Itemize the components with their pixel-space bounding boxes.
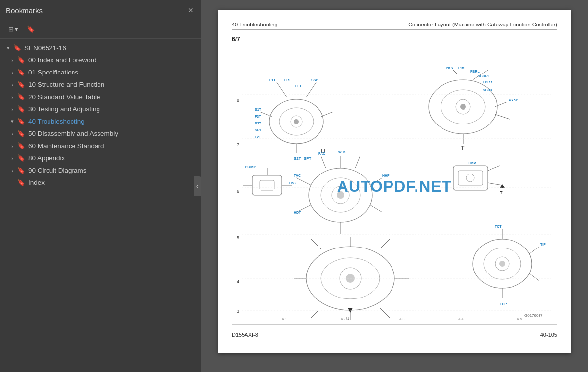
tree-item-item-50[interactable]: ›🔖50 Disassembly and Assembly: [0, 127, 201, 140]
chevron-down-icon: ▾: [15, 25, 18, 33]
bookmark-icon-item-60: 🔖: [17, 142, 25, 149]
svg-line-11: [306, 82, 316, 97]
tree-item-item-01[interactable]: ›🔖01 Specifications: [0, 66, 201, 78]
footer-left: D155AXI-8: [232, 332, 258, 338]
svg-text:FFT: FFT: [295, 84, 302, 88]
svg-text:PKS: PKS: [446, 66, 453, 70]
item-label-item-00: 00 Index and Foreword: [28, 56, 97, 64]
page-fraction: 6/7: [232, 36, 557, 43]
svg-point-97: [499, 261, 505, 267]
svg-text:6: 6: [237, 189, 239, 194]
tree-item-item-00[interactable]: ›🔖00 Index and Foreword: [0, 54, 201, 66]
tree-root-item[interactable]: ▾ 🔖 SEN06521-16: [0, 42, 201, 54]
chevron-left-icon: ‹: [196, 183, 198, 190]
bookmark-icon-toolbar: 🔖: [27, 25, 35, 33]
svg-line-100: [529, 273, 539, 281]
expand-all-button[interactable]: ⊞ ▾: [5, 23, 22, 35]
tree-item-item-20[interactable]: ›🔖20 Standard Value Table: [0, 91, 201, 103]
svg-text:5: 5: [237, 235, 239, 240]
tree-item-item-80[interactable]: ›🔖80 Appendix: [0, 152, 201, 164]
expand-icon-item-01: ›: [8, 70, 17, 75]
svg-text:PUMP: PUMP: [245, 165, 257, 169]
page-title-right: Connector Layout (Machine with Gateway F…: [408, 22, 557, 27]
svg-text:SFT: SFT: [304, 156, 311, 161]
svg-text:FAC: FAC: [318, 152, 325, 155]
svg-line-12: [260, 112, 272, 117]
svg-rect-51: [453, 166, 488, 190]
list-icon: ⊞: [8, 25, 14, 33]
sidebar-title-row: Bookmarks: [6, 6, 43, 15]
connector-layout-diagram: 8 7 6 5 4 3: [232, 48, 557, 322]
sidebar-header: Bookmarks ×: [0, 0, 201, 20]
svg-rect-44: [252, 175, 282, 195]
svg-point-62: [337, 191, 344, 199]
collapse-handle[interactable]: ‹: [194, 176, 201, 196]
svg-text:TCT: TCT: [495, 225, 502, 228]
expand-icon-item-80: ›: [8, 155, 17, 161]
bookmark-icon-item-20: 🔖: [17, 93, 25, 100]
svg-rect-52: [458, 171, 483, 185]
expand-icon-item-50: ›: [8, 131, 17, 137]
svg-text:SBRRL: SBRRL: [478, 74, 490, 78]
svg-text:TIP: TIP: [540, 243, 546, 246]
svg-text:SRT: SRT: [255, 128, 262, 132]
svg-text:T: T: [500, 190, 503, 195]
svg-text:A.3: A.3: [399, 317, 405, 321]
bookmark-icon-root: 🔖: [13, 44, 22, 51]
item-label-item-90: 90 Circuit Diagrams: [28, 167, 87, 174]
bookmark-icon-item-50: 🔖: [17, 130, 25, 137]
svg-line-68: [370, 178, 382, 185]
svg-text:A.2: A.2: [341, 317, 346, 321]
svg-text:HHP: HHP: [382, 174, 390, 177]
svg-text:S1T: S1T: [255, 108, 262, 111]
svg-line-87: [380, 308, 390, 318]
svg-text:F1T: F1T: [270, 78, 276, 82]
svg-text:U: U: [346, 316, 350, 321]
svg-text:FRT: FRT: [284, 78, 291, 82]
svg-line-63: [296, 178, 311, 185]
item-label-item-60: 60 Maintenance Standard: [28, 142, 104, 149]
tree-item-item-90[interactable]: ›🔖90 Circuit Diagrams: [0, 164, 201, 176]
svg-text:SBRR: SBRR: [483, 88, 492, 92]
pdf-header: 40 Troubleshooting Connector Layout (Mac…: [232, 22, 557, 30]
svg-line-31: [453, 70, 463, 80]
svg-text:A.4: A.4: [458, 317, 464, 321]
tree-item-item-10[interactable]: ›🔖10 Structure and Function: [0, 78, 201, 91]
svg-text:FBRL: FBRL: [470, 70, 480, 73]
sidebar-title: Bookmarks: [6, 6, 43, 15]
bookmark-icon-item-80: 🔖: [17, 154, 25, 162]
item-label-item-20: 20 Standard Value Table: [28, 93, 100, 100]
bookmark-icon-item-index: 🔖: [17, 179, 25, 186]
svg-line-85: [311, 308, 321, 318]
svg-line-69: [370, 205, 382, 212]
expand-icon-root: ▾: [4, 45, 13, 51]
sidebar-toolbar: ⊞ ▾ 🔖: [0, 20, 201, 39]
tree-item-item-30[interactable]: ›🔖30 Testing and Adjusting: [0, 103, 201, 115]
svg-text:3: 3: [237, 309, 239, 314]
svg-text:TVC: TVC: [294, 174, 301, 177]
item-label-item-30: 30 Testing and Adjusting: [28, 105, 100, 113]
sidebar: Bookmarks × ⊞ ▾ 🔖 ▾ 🔖 SEN06521-16 ›🔖00 I…: [0, 0, 201, 372]
svg-text:TMV: TMV: [468, 161, 477, 165]
close-button[interactable]: ×: [186, 5, 195, 16]
svg-line-10: [277, 82, 287, 97]
page-section-label: 40 Troubleshooting: [232, 22, 278, 27]
svg-text:4: 4: [237, 279, 239, 284]
svg-text:SSP: SSP: [311, 78, 318, 82]
root-item-label: SEN06521-16: [24, 44, 66, 51]
tree-item-item-index[interactable]: 🔖Index: [0, 176, 201, 189]
svg-point-9: [294, 119, 299, 124]
item-label-item-40: 40 Troubleshooting: [28, 118, 85, 125]
svg-text:S2T: S2T: [294, 156, 301, 161]
svg-text:PBS: PBS: [458, 66, 466, 70]
tree-item-item-60[interactable]: ›🔖60 Maintenance Standard: [0, 140, 201, 152]
bookmark-icon-item-00: 🔖: [17, 56, 25, 64]
bookmark-manage-button[interactable]: 🔖: [24, 23, 38, 35]
svg-text:WLK: WLK: [338, 150, 346, 154]
expand-icon-item-60: ›: [8, 143, 17, 149]
main-content: 40 Troubleshooting Connector Layout (Mac…: [201, 0, 588, 372]
svg-text:G0176037: G0176037: [524, 313, 543, 318]
svg-text:T: T: [461, 145, 465, 151]
bookmark-tree: ▾ 🔖 SEN06521-16 ›🔖00 Index and Foreword›…: [0, 39, 201, 372]
tree-item-item-40[interactable]: ▾🔖40 Troubleshooting: [0, 115, 201, 127]
